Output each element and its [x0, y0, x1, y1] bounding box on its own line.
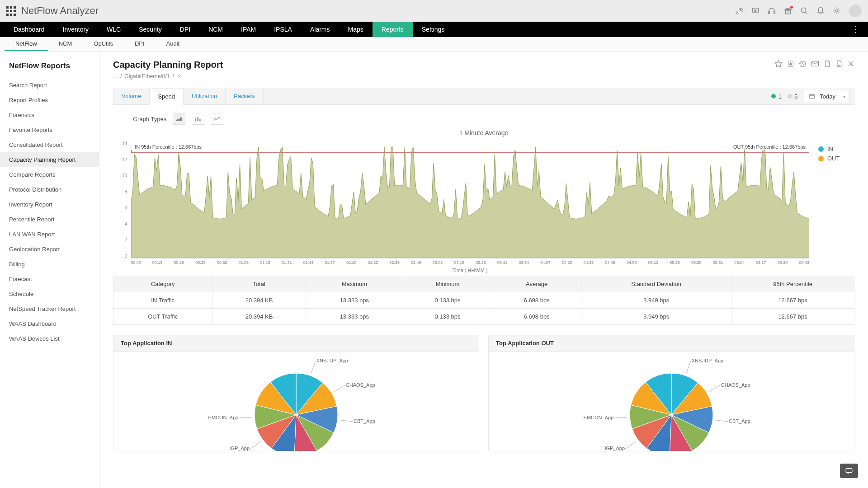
interval-5[interactable]: 5	[788, 93, 797, 100]
mainnav-item-ipam[interactable]: IPAM	[232, 22, 265, 37]
sidebar-item[interactable]: Percentile Report	[0, 212, 99, 227]
chart-title: 1 Minute Average	[113, 129, 854, 136]
svg-line-27	[614, 417, 627, 418]
billing-icon[interactable]: $	[787, 60, 794, 67]
pie-chart-out: XNS-IDP_App11%CHAOS_App10.7%CBT_App10.4%…	[613, 352, 730, 451]
headset-icon[interactable]	[768, 7, 776, 15]
sidebar-item[interactable]: WAAS Devices List	[0, 331, 99, 346]
mainnav-item-dashboard[interactable]: Dashboard	[5, 22, 54, 37]
stats-table: CategoryTotalMaximumMinimumAverageStanda…	[113, 276, 854, 325]
mainnav-item-security[interactable]: Security	[130, 22, 171, 37]
mainnav-item-dpi[interactable]: DPI	[171, 22, 199, 37]
percentile-label-out: OUT 95th Percentile : 12.667bps	[732, 144, 807, 150]
presentation-icon[interactable]	[751, 7, 760, 15]
more-menu-icon[interactable]: ⋮	[848, 24, 863, 34]
svg-point-7	[836, 10, 838, 12]
search-icon[interactable]	[800, 7, 808, 15]
pdf-icon[interactable]	[824, 60, 831, 67]
sidebar-item[interactable]: Search Report	[0, 78, 99, 93]
subnav-item-oputils[interactable]: OpUtils	[83, 37, 124, 51]
sidebar-item[interactable]: LAN WAN Report	[0, 227, 99, 242]
subnav-item-netflow[interactable]: NetFlow	[5, 37, 48, 51]
star-icon[interactable]	[774, 60, 783, 68]
report-tab-speed[interactable]: Speed	[150, 88, 184, 105]
sidebar: NetFlow Reports Search ReportReport Prof…	[0, 52, 99, 488]
svg-text:$: $	[790, 62, 792, 66]
svg-rect-2	[769, 11, 770, 14]
svg-line-16	[311, 361, 315, 373]
topbar: NetFlow Analyzer	[0, 0, 868, 22]
mainnav-item-reports[interactable]: Reports	[373, 22, 413, 37]
legend-out[interactable]: OUT	[818, 155, 845, 162]
report-tab-row: VolumeSpeedUtilizationPackets 1 5 Today	[113, 88, 854, 105]
period-select[interactable]: Today	[804, 90, 849, 103]
graph-type-bar[interactable]	[192, 113, 204, 125]
report-tab-volume[interactable]: Volume	[113, 88, 150, 104]
rocket-icon[interactable]	[735, 7, 743, 15]
panel-top-app-out: Top Application OUT XNS-IDP_App11%CHAOS_…	[488, 335, 854, 451]
mainnav-item-alarms[interactable]: Alarms	[301, 22, 339, 37]
gift-icon[interactable]	[784, 7, 792, 15]
app-title: NetFlow Analyzer	[21, 5, 99, 17]
subnav-item-audit[interactable]: Audit	[156, 37, 191, 51]
sidebar-item[interactable]: Forensics	[0, 108, 99, 122]
sidebar-item[interactable]: WAAS Dashboard	[0, 316, 99, 331]
mainnav-item-ipsla[interactable]: IPSLA	[265, 22, 301, 37]
report-tab-utilization[interactable]: Utilization	[184, 88, 226, 104]
sidebar-item[interactable]: Forecast	[0, 272, 99, 286]
topbar-left: NetFlow Analyzer	[6, 5, 99, 17]
mainnav-item-inventory[interactable]: Inventory	[54, 22, 98, 37]
gear-icon[interactable]	[833, 7, 841, 15]
close-icon[interactable]	[847, 60, 854, 67]
subnav-item-ncm[interactable]: NCM	[48, 37, 83, 51]
mainnav-item-settings[interactable]: Settings	[413, 22, 454, 37]
sidebar-item[interactable]: Schedule	[0, 286, 99, 301]
topbar-right	[735, 5, 862, 17]
chart-legend: IN OUT	[809, 141, 845, 273]
mainnav-item-wlc[interactable]: WLC	[98, 22, 130, 37]
mainnav-item-maps[interactable]: Maps	[339, 22, 373, 37]
sidebar-item[interactable]: Consolidated Report	[0, 137, 99, 152]
svg-line-20	[250, 441, 260, 449]
sidebar-item[interactable]: Report Profiles	[0, 93, 99, 108]
graph-types: Graph Types	[133, 113, 854, 125]
sidebar-title: NetFlow Reports	[0, 58, 99, 78]
breadcrumb-interface: GigabitEthernet0/1	[124, 73, 170, 80]
percentile-label-in: IN 95th Percentile : 12.667bps	[134, 144, 203, 150]
subnav-item-dpi[interactable]: DPI	[124, 37, 156, 51]
sidebar-item[interactable]: Compare Reports	[0, 167, 99, 182]
csv-icon[interactable]	[835, 60, 843, 67]
legend-in[interactable]: IN	[818, 145, 845, 152]
interval-1[interactable]: 1	[771, 93, 782, 100]
report-tab-packets[interactable]: Packets	[226, 88, 263, 104]
graph-type-line[interactable]	[211, 113, 223, 125]
sidebar-item[interactable]: Favorite Reports	[0, 122, 99, 137]
svg-line-24	[715, 420, 728, 422]
graph-type-area[interactable]	[173, 113, 185, 125]
sidebar-item[interactable]: NetSpeed Tracker Report	[0, 301, 99, 316]
pie-slice-label: CBT_App	[354, 418, 375, 424]
avatar[interactable]	[849, 5, 862, 17]
page-title: Capacity Planning Report	[113, 60, 223, 70]
table-row: IN Traffic20.394 KB13.333 bps0.133 bps6.…	[113, 292, 854, 309]
mainnav-item-ncm[interactable]: NCM	[199, 22, 232, 37]
apps-grid-icon[interactable]	[6, 6, 16, 16]
sidebar-item[interactable]: Capacity Planning Report	[0, 152, 99, 167]
bell-icon[interactable]	[816, 7, 825, 15]
sidebar-item[interactable]: Inventory Report	[0, 197, 99, 212]
svg-line-21	[239, 417, 252, 418]
header-action-icons: $	[774, 60, 854, 68]
chat-fab-icon[interactable]	[840, 464, 858, 478]
calendar-icon	[809, 93, 815, 99]
panel-top-app-in: Top Application IN XNS-IDP_App11%CHAOS_A…	[113, 335, 479, 451]
svg-line-22	[686, 361, 690, 373]
panel-header: Top Application OUT	[489, 335, 854, 352]
main-content: Capacity Planning Report ... / GigabitEt…	[99, 52, 868, 488]
sidebar-item[interactable]: Billing	[0, 257, 99, 272]
sidebar-item[interactable]: Geolocation Report	[0, 242, 99, 257]
history-icon[interactable]	[799, 60, 807, 68]
edit-icon[interactable]	[177, 73, 182, 80]
mail-icon[interactable]	[811, 60, 819, 68]
sidebar-item[interactable]: Protocol Distribution	[0, 182, 99, 197]
svg-rect-11	[812, 61, 819, 66]
